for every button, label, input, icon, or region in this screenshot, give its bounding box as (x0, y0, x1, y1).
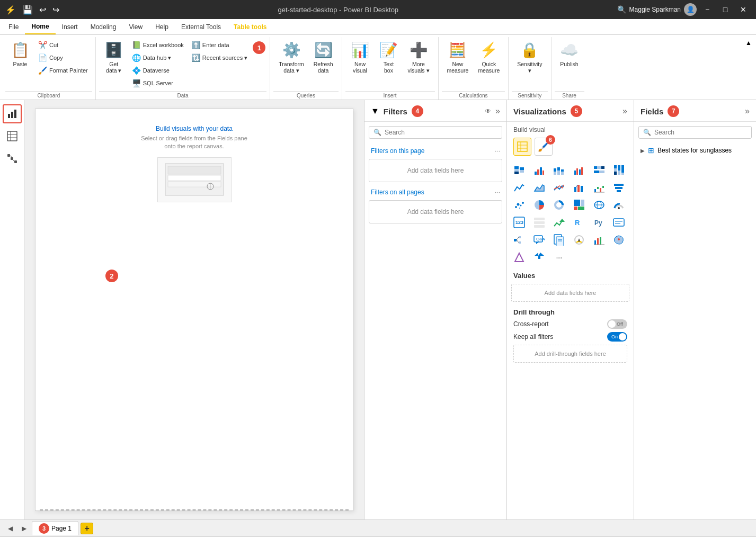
fields-expand-icon[interactable]: » (745, 106, 750, 116)
get-data-button[interactable]: 🗄️ Getdata ▾ (100, 39, 128, 75)
sidebar-data-icon[interactable] (3, 127, 22, 146)
viz-100-stacked-col[interactable] (611, 162, 627, 178)
drill-drop-area[interactable]: Add drill-through fields here (513, 345, 627, 363)
maximize-button[interactable]: □ (718, 2, 733, 17)
viz-waterfall[interactable] (591, 180, 607, 195)
filters-on-page-drop[interactable]: Add data fields here (369, 159, 502, 182)
viz-decomp-tree[interactable] (511, 232, 527, 248)
viz-clustered-col[interactable] (571, 162, 587, 178)
app-icon: ⚡ (5, 5, 16, 15)
viz-values-drop[interactable]: Add data fields here (511, 284, 629, 302)
filters-on-all-more-icon[interactable]: ··· (495, 189, 500, 196)
fields-search-box[interactable]: 🔍 (638, 126, 752, 139)
viz-line-clustered[interactable] (551, 180, 567, 195)
enter-data-button[interactable]: ⬆️Enter data (188, 39, 251, 51)
viz-scatter[interactable] (511, 197, 527, 213)
user-avatar[interactable]: 👤 (684, 3, 697, 16)
viz-gauge[interactable] (611, 197, 627, 213)
viz-card[interactable]: 123 (511, 214, 527, 230)
filters-on-all-drop[interactable]: Add data fields here (369, 200, 502, 223)
sql-server-button[interactable]: 🖥️SQL Server (129, 77, 187, 89)
viz-r-script[interactable]: R (571, 214, 587, 230)
transform-data-button[interactable]: ⚙️ Transformdata ▾ (274, 39, 308, 75)
redo-icon[interactable]: ↪ (52, 5, 59, 15)
cut-button[interactable]: ✂️Cut (35, 39, 91, 51)
viz-stacked-col[interactable] (551, 162, 567, 178)
viz-multi-row-card[interactable] (531, 214, 547, 230)
viz-smart-narrative[interactable] (611, 214, 627, 230)
viz-area[interactable] (531, 180, 547, 195)
menu-help[interactable]: Help (149, 19, 175, 34)
filters-on-page-more-icon[interactable]: ··· (495, 147, 500, 155)
sidebar-model-icon[interactable] (3, 149, 22, 168)
svg-point-80 (618, 207, 620, 209)
viz-table-icon[interactable] (513, 138, 531, 156)
sidebar-report-icon[interactable] (3, 104, 22, 123)
viz-filled-map[interactable] (611, 232, 627, 248)
menu-external-tools[interactable]: External Tools (175, 19, 227, 34)
viz-donut[interactable] (551, 197, 567, 213)
viz-line[interactable] (511, 180, 527, 195)
menu-view[interactable]: View (122, 19, 149, 34)
filter-eye-icon[interactable]: 👁 (485, 107, 491, 115)
viz-python[interactable]: Py (591, 214, 607, 230)
close-button[interactable]: ✕ (736, 2, 751, 17)
viz-stacked-bar[interactable] (511, 162, 527, 178)
recent-sources-button[interactable]: 🔃Recent sources ▾ (188, 52, 251, 64)
refresh-data-button[interactable]: 🔄 Refreshdata (309, 39, 337, 75)
viz-gauge-2[interactable] (571, 232, 587, 248)
keep-filters-toggle[interactable]: On (607, 332, 627, 342)
tab-prev-button[interactable]: ◀ (4, 523, 16, 534)
excel-workbook-button[interactable]: 📗Excel workbook (129, 39, 187, 51)
viz-ribbon[interactable] (571, 180, 587, 195)
viz-ellipsis[interactable]: ··· (551, 249, 567, 265)
menu-table-tools[interactable]: Table tools (227, 19, 273, 34)
filters-search-box[interactable]: 🔍 (369, 126, 502, 139)
new-visual-button[interactable]: 📊 Newvisual (346, 39, 374, 75)
viz-treemap[interactable] (571, 197, 587, 213)
report-page[interactable]: Build visuals with your data Select or d… (35, 109, 353, 511)
viz-kpi[interactable] (551, 214, 567, 230)
viz-expand-icon[interactable]: » (622, 106, 627, 116)
viz-format-icon[interactable]: 🖌️ 6 (535, 138, 553, 156)
undo-icon[interactable]: ↩ (39, 5, 46, 15)
save-icon[interactable]: 💾 (22, 5, 33, 15)
viz-100-stacked-bar[interactable] (591, 162, 607, 178)
viz-more[interactable] (531, 249, 547, 265)
viz-map[interactable] (591, 197, 607, 213)
viz-paginated[interactable] (551, 232, 567, 248)
paste-button[interactable]: 📋 Paste (6, 39, 34, 75)
tab-page-1[interactable]: 3 Page 1 (32, 521, 78, 535)
menu-file[interactable]: File (2, 19, 25, 34)
viz-pane-header: Visualizations 5 » (507, 100, 634, 122)
fields-search-input[interactable] (654, 129, 747, 136)
menu-insert[interactable]: Insert (56, 19, 84, 34)
text-box-button[interactable]: 📝 Textbox (375, 39, 403, 75)
viz-funnel[interactable] (611, 180, 627, 195)
viz-bar-chart-2[interactable] (591, 232, 607, 248)
ribbon-collapse-button[interactable]: ▲ (743, 37, 754, 49)
copy-button[interactable]: 📄Copy (35, 52, 91, 64)
viz-shape[interactable] (511, 249, 527, 265)
viz-clustered-bar[interactable] (531, 162, 547, 178)
format-painter-button[interactable]: 🖌️Format Painter (35, 65, 91, 76)
viz-pie[interactable] (531, 197, 547, 213)
user-name[interactable]: Maggie Sparkman (629, 6, 681, 13)
more-visuals-button[interactable]: ➕ Morevisuals ▾ (404, 39, 434, 75)
new-measure-button[interactable]: 🧮 Newmeasure (443, 39, 473, 75)
cross-report-toggle[interactable]: Off (607, 319, 627, 329)
quick-measure-button[interactable]: ⚡ Quickmeasure (474, 39, 504, 75)
minimize-button[interactable]: − (700, 2, 715, 17)
add-page-button[interactable]: + (81, 523, 93, 534)
data-hub-button[interactable]: 🌐Data hub ▾ (129, 52, 187, 64)
filter-expand-icon[interactable]: » (495, 106, 500, 116)
dataverse-button[interactable]: 💠Dataverse (129, 65, 187, 76)
filters-search-input[interactable] (385, 129, 497, 136)
menu-home[interactable]: Home (25, 19, 55, 34)
publish-button[interactable]: ☁️ Publish (556, 39, 583, 75)
sensitivity-button[interactable]: 🔒 Sensitivity▾ (513, 39, 546, 75)
tab-next-button[interactable]: ▶ (18, 523, 30, 534)
menu-modeling[interactable]: Modeling (84, 19, 123, 34)
field-table-best-states[interactable]: ▶ ⊞ Best states for sunglasses (634, 143, 756, 158)
viz-qa[interactable]: Q&A (531, 232, 547, 248)
